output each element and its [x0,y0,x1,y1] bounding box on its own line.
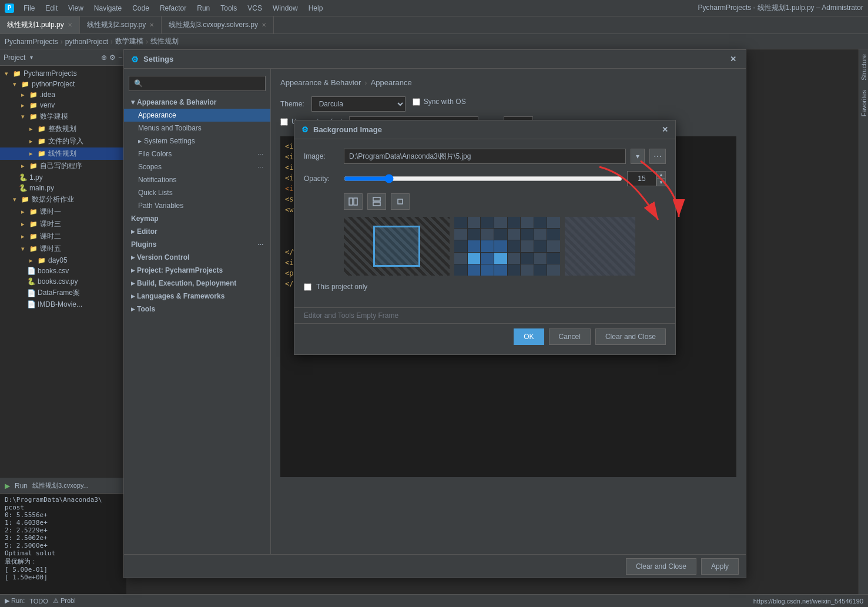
menu-vcs[interactable]: VCS [243,3,267,14]
project-sync-icon[interactable]: ⊕ [101,53,107,62]
nav-file-colors[interactable]: File Colors ⋯ [124,147,270,160]
bg-dialog-close-button[interactable]: ✕ [662,125,668,134]
tree-1py[interactable]: 🐍 1.py [0,172,126,183]
align-rows-button[interactable] [367,193,386,210]
custom-font-checkbox[interactable] [280,118,288,126]
favorites-label[interactable]: Favorites [859,85,869,121]
settings-close-button[interactable]: ✕ [727,53,739,65]
bg-dialog-footer: OK Cancel Clear and Close [294,323,675,354]
menu-navigate[interactable]: Navigate [89,3,126,14]
breadcrumb-part-0[interactable]: PycharmProjects [5,38,58,46]
expand-arrow-vc-icon: ▸ [131,253,135,261]
tree-pycharmprojects[interactable]: ▾ 📁 PycharmProjects [0,68,126,79]
clear-and-close-button[interactable]: Clear and Close [626,558,696,575]
settings-breadcrumb-part-0[interactable]: Appearance & Behavior [280,78,361,87]
menu-code[interactable]: Code [128,3,154,14]
project-collapse-icon[interactable]: − [118,53,122,62]
menu-edit[interactable]: Edit [41,3,62,14]
run-status-tab[interactable]: ▶ Run: [5,597,25,605]
tree-mainpy[interactable]: 🐍 main.py [0,183,126,193]
sync-os-checkbox[interactable] [413,98,420,106]
tree-day05[interactable]: ▸ 📁 day05 [0,255,126,266]
structure-label[interactable]: Structure [859,49,869,85]
project-dropdown-icon[interactable]: ▾ [30,54,33,61]
breadcrumb-part-1[interactable]: pythonProject [65,38,108,46]
image-browse-button[interactable]: ⋯ [649,149,666,164]
tree-xianxing[interactable]: ▸ 📁 线性规划 [0,147,126,160]
ok-button[interactable]: OK [514,328,544,345]
tab-file-3[interactable]: 线性规划3.cvxopy.solvers.py ✕ [162,16,274,33]
tree-ziji[interactable]: ▸ 📁 自己写的程序 [0,160,126,172]
opacity-spin-up[interactable]: ▲ [656,171,666,179]
folder-expand-icon-10: ▾ [11,196,19,204]
menu-view[interactable]: View [63,3,88,14]
tree-dataframe[interactable]: 📄 DataFrame案 [0,287,126,299]
breadcrumb-part-3[interactable]: 线性规划 [150,36,179,46]
nav-appearance-behavior[interactable]: ▾ Appearance & Behavior [124,96,270,109]
nav-tools[interactable]: ▸ Tools [124,303,270,316]
nav-quick-lists[interactable]: Quick Lists [124,186,270,199]
nav-appearance[interactable]: Appearance [124,109,270,122]
nav-languages[interactable]: ▸ Languages & Frameworks [124,290,270,303]
tree-zhengshugui[interactable]: ▸ 📁 整数规划 [0,123,126,135]
menu-window[interactable]: Window [268,3,303,14]
tree-keshi3[interactable]: ▸ 📁 课时三 [0,218,126,230]
menu-file[interactable]: File [19,3,39,14]
project-settings-icon[interactable]: ⚙ [109,53,116,62]
tree-keshi1[interactable]: ▸ 📁 课时一 [0,206,126,218]
tree-venv[interactable]: ▸ 📁 venv [0,100,126,110]
nav-editor[interactable]: ▸ Editor [124,225,270,238]
folder-icon-venv: 📁 [29,102,38,109]
theme-select[interactable]: Darcula [311,96,405,112]
nav-notifications[interactable]: Notifications [124,173,270,186]
tree-keshi5[interactable]: ▾ 📁 课时五 [0,243,126,255]
nav-project[interactable]: ▸ Project: PycharmProjects [124,264,270,277]
todo-tab[interactable]: TODO [29,598,48,605]
nav-path-variables[interactable]: Path Variables [124,199,270,212]
tree-pythonproject[interactable]: ▾ 📁 pythonProject [0,79,126,89]
tree-idea[interactable]: ▸ 📁 .idea [0,89,126,100]
nav-system-settings[interactable]: ▸ System Settings [124,135,270,147]
nav-plugins[interactable]: Plugins ⋯ [124,238,270,251]
tab-file-2[interactable]: 线性规划2.scipy.py ✕ [80,16,162,33]
tab-file-1[interactable]: 线性规划1.pulp.py ✕ [0,16,80,33]
clear-and-close-dialog-button[interactable]: Clear and Close [595,328,666,345]
image-dropdown-button[interactable]: ▾ [631,149,645,164]
menu-refactor[interactable]: Refactor [155,3,191,14]
play-icon[interactable]: ▶ [5,482,10,490]
image-path-input[interactable] [344,149,626,164]
nav-menus-toolbars[interactable]: Menus and Toolbars [124,122,270,135]
folder-expand-icon-13: ▸ [19,233,27,241]
nav-build[interactable]: ▸ Build, Execution, Deployment [124,277,270,290]
nav-scopes[interactable]: Scopes ⋯ [124,160,270,173]
expand-arrow-editor-icon: ▸ [131,227,135,236]
align-columns-button[interactable] [344,193,363,210]
tree-shuju[interactable]: ▾ 📁 数据分析作业 [0,193,126,206]
tree-keshi2[interactable]: ▸ 📁 课时二 [0,230,126,243]
apply-button[interactable]: Apply [701,558,739,575]
nav-keymap[interactable]: Keymap [124,212,270,225]
tree-wenjian[interactable]: ▸ 📁 文件的导入 [0,135,126,147]
breadcrumb-part-2[interactable]: 数学建模 [115,36,143,46]
run-tab-label[interactable]: 线性规划3.cvxopy... [32,481,89,490]
opacity-slider[interactable] [344,174,622,183]
opacity-spin-down[interactable]: ▼ [656,179,666,186]
file-icon-1py: 🐍 [19,173,27,182]
tab-close-3[interactable]: ✕ [262,22,266,28]
tree-books-csvpy[interactable]: 🐍 books.csv.py [0,276,126,287]
menu-tools[interactable]: Tools [216,3,242,14]
tree-shuxue[interactable]: ▾ 📁 数学建模 [0,110,126,123]
nav-version-control[interactable]: ▸ Version Control [124,251,270,264]
cancel-button[interactable]: Cancel [549,328,591,345]
preview-grid [454,217,560,276]
tree-imdb[interactable]: 📄 IMDB-Movie... [0,299,126,310]
align-center-button[interactable] [391,193,410,210]
settings-search-input[interactable] [129,76,266,91]
project-only-checkbox[interactable] [304,283,311,291]
menu-run[interactable]: Run [192,3,215,14]
tree-books-csv[interactable]: 📄 books.csv [0,266,126,276]
tab-close-1[interactable]: ✕ [68,22,72,28]
menu-help[interactable]: Help [304,3,328,14]
tab-close-2[interactable]: ✕ [149,22,154,28]
problems-tab[interactable]: ⚠ Probl [53,597,76,605]
